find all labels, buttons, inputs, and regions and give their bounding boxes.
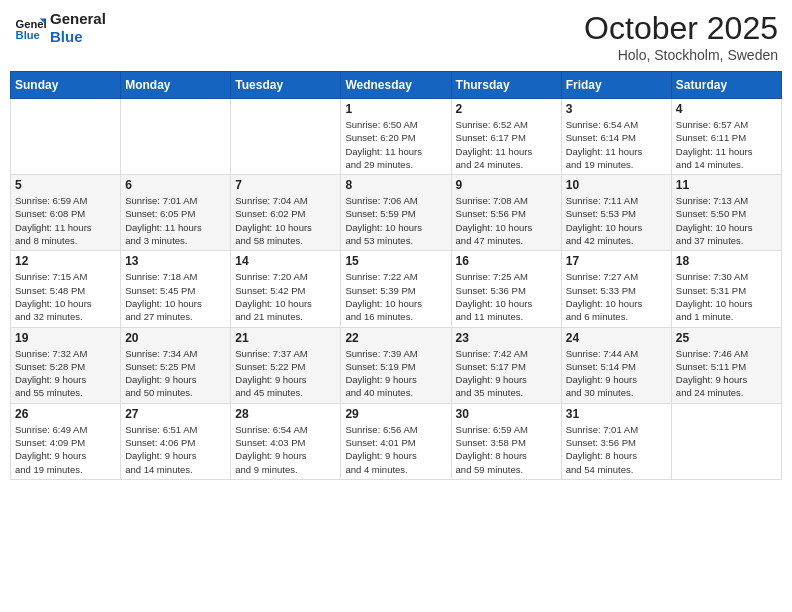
calendar-cell: 8Sunrise: 7:06 AM Sunset: 5:59 PM Daylig…: [341, 175, 451, 251]
calendar-week-row: 12Sunrise: 7:15 AM Sunset: 5:48 PM Dayli…: [11, 251, 782, 327]
calendar-cell: 30Sunrise: 6:59 AM Sunset: 3:58 PM Dayli…: [451, 403, 561, 479]
title-block: October 2025 Holo, Stockholm, Sweden: [584, 10, 778, 63]
weekday-header: Saturday: [671, 72, 781, 99]
day-info: Sunrise: 6:50 AM Sunset: 6:20 PM Dayligh…: [345, 118, 446, 171]
day-info: Sunrise: 7:37 AM Sunset: 5:22 PM Dayligh…: [235, 347, 336, 400]
day-number: 19: [15, 331, 116, 345]
day-number: 16: [456, 254, 557, 268]
calendar-cell: 4Sunrise: 6:57 AM Sunset: 6:11 PM Daylig…: [671, 99, 781, 175]
weekday-header: Sunday: [11, 72, 121, 99]
logo-text-blue: Blue: [50, 28, 106, 46]
calendar-cell: 24Sunrise: 7:44 AM Sunset: 5:14 PM Dayli…: [561, 327, 671, 403]
day-info: Sunrise: 7:06 AM Sunset: 5:59 PM Dayligh…: [345, 194, 446, 247]
calendar-cell: 13Sunrise: 7:18 AM Sunset: 5:45 PM Dayli…: [121, 251, 231, 327]
day-number: 25: [676, 331, 777, 345]
calendar-cell: 3Sunrise: 6:54 AM Sunset: 6:14 PM Daylig…: [561, 99, 671, 175]
calendar-cell: 26Sunrise: 6:49 AM Sunset: 4:09 PM Dayli…: [11, 403, 121, 479]
day-number: 21: [235, 331, 336, 345]
calendar-cell: 15Sunrise: 7:22 AM Sunset: 5:39 PM Dayli…: [341, 251, 451, 327]
day-number: 5: [15, 178, 116, 192]
weekday-header: Friday: [561, 72, 671, 99]
calendar-cell: 10Sunrise: 7:11 AM Sunset: 5:53 PM Dayli…: [561, 175, 671, 251]
day-number: 14: [235, 254, 336, 268]
day-number: 8: [345, 178, 446, 192]
calendar-week-row: 5Sunrise: 6:59 AM Sunset: 6:08 PM Daylig…: [11, 175, 782, 251]
logo-icon: General Blue: [14, 12, 46, 44]
day-info: Sunrise: 6:52 AM Sunset: 6:17 PM Dayligh…: [456, 118, 557, 171]
day-number: 15: [345, 254, 446, 268]
day-info: Sunrise: 6:56 AM Sunset: 4:01 PM Dayligh…: [345, 423, 446, 476]
location: Holo, Stockholm, Sweden: [584, 47, 778, 63]
day-number: 30: [456, 407, 557, 421]
day-info: Sunrise: 7:11 AM Sunset: 5:53 PM Dayligh…: [566, 194, 667, 247]
day-number: 29: [345, 407, 446, 421]
calendar-cell: 23Sunrise: 7:42 AM Sunset: 5:17 PM Dayli…: [451, 327, 561, 403]
calendar-cell: 29Sunrise: 6:56 AM Sunset: 4:01 PM Dayli…: [341, 403, 451, 479]
day-info: Sunrise: 7:13 AM Sunset: 5:50 PM Dayligh…: [676, 194, 777, 247]
calendar-week-row: 1Sunrise: 6:50 AM Sunset: 6:20 PM Daylig…: [11, 99, 782, 175]
day-number: 13: [125, 254, 226, 268]
day-number: 17: [566, 254, 667, 268]
calendar-cell: 7Sunrise: 7:04 AM Sunset: 6:02 PM Daylig…: [231, 175, 341, 251]
day-info: Sunrise: 6:57 AM Sunset: 6:11 PM Dayligh…: [676, 118, 777, 171]
calendar-cell: 22Sunrise: 7:39 AM Sunset: 5:19 PM Dayli…: [341, 327, 451, 403]
weekday-header: Tuesday: [231, 72, 341, 99]
day-number: 11: [676, 178, 777, 192]
calendar-week-row: 19Sunrise: 7:32 AM Sunset: 5:28 PM Dayli…: [11, 327, 782, 403]
day-number: 9: [456, 178, 557, 192]
calendar-week-row: 26Sunrise: 6:49 AM Sunset: 4:09 PM Dayli…: [11, 403, 782, 479]
calendar-cell: 14Sunrise: 7:20 AM Sunset: 5:42 PM Dayli…: [231, 251, 341, 327]
day-info: Sunrise: 7:01 AM Sunset: 6:05 PM Dayligh…: [125, 194, 226, 247]
calendar-cell: 12Sunrise: 7:15 AM Sunset: 5:48 PM Dayli…: [11, 251, 121, 327]
day-info: Sunrise: 7:15 AM Sunset: 5:48 PM Dayligh…: [15, 270, 116, 323]
day-info: Sunrise: 6:54 AM Sunset: 4:03 PM Dayligh…: [235, 423, 336, 476]
day-info: Sunrise: 7:20 AM Sunset: 5:42 PM Dayligh…: [235, 270, 336, 323]
calendar-cell: 2Sunrise: 6:52 AM Sunset: 6:17 PM Daylig…: [451, 99, 561, 175]
day-info: Sunrise: 6:59 AM Sunset: 6:08 PM Dayligh…: [15, 194, 116, 247]
day-number: 1: [345, 102, 446, 116]
month-title: October 2025: [584, 10, 778, 47]
day-info: Sunrise: 6:54 AM Sunset: 6:14 PM Dayligh…: [566, 118, 667, 171]
day-number: 27: [125, 407, 226, 421]
calendar-cell: [121, 99, 231, 175]
day-info: Sunrise: 7:32 AM Sunset: 5:28 PM Dayligh…: [15, 347, 116, 400]
day-number: 23: [456, 331, 557, 345]
day-info: Sunrise: 6:59 AM Sunset: 3:58 PM Dayligh…: [456, 423, 557, 476]
day-number: 24: [566, 331, 667, 345]
day-number: 7: [235, 178, 336, 192]
calendar-cell: 25Sunrise: 7:46 AM Sunset: 5:11 PM Dayli…: [671, 327, 781, 403]
calendar-cell: 17Sunrise: 7:27 AM Sunset: 5:33 PM Dayli…: [561, 251, 671, 327]
day-info: Sunrise: 7:18 AM Sunset: 5:45 PM Dayligh…: [125, 270, 226, 323]
calendar-cell: 21Sunrise: 7:37 AM Sunset: 5:22 PM Dayli…: [231, 327, 341, 403]
day-number: 6: [125, 178, 226, 192]
calendar-header-row: SundayMondayTuesdayWednesdayThursdayFrid…: [11, 72, 782, 99]
calendar-cell: 9Sunrise: 7:08 AM Sunset: 5:56 PM Daylig…: [451, 175, 561, 251]
calendar-cell: 20Sunrise: 7:34 AM Sunset: 5:25 PM Dayli…: [121, 327, 231, 403]
calendar-table: SundayMondayTuesdayWednesdayThursdayFrid…: [10, 71, 782, 480]
day-info: Sunrise: 7:22 AM Sunset: 5:39 PM Dayligh…: [345, 270, 446, 323]
day-info: Sunrise: 7:25 AM Sunset: 5:36 PM Dayligh…: [456, 270, 557, 323]
calendar-cell: 19Sunrise: 7:32 AM Sunset: 5:28 PM Dayli…: [11, 327, 121, 403]
calendar-cell: [231, 99, 341, 175]
day-number: 18: [676, 254, 777, 268]
day-number: 4: [676, 102, 777, 116]
day-info: Sunrise: 7:04 AM Sunset: 6:02 PM Dayligh…: [235, 194, 336, 247]
day-info: Sunrise: 7:42 AM Sunset: 5:17 PM Dayligh…: [456, 347, 557, 400]
calendar-cell: 28Sunrise: 6:54 AM Sunset: 4:03 PM Dayli…: [231, 403, 341, 479]
day-number: 20: [125, 331, 226, 345]
logo-text-general: General: [50, 10, 106, 28]
day-number: 31: [566, 407, 667, 421]
weekday-header: Wednesday: [341, 72, 451, 99]
calendar-cell: 18Sunrise: 7:30 AM Sunset: 5:31 PM Dayli…: [671, 251, 781, 327]
weekday-header: Monday: [121, 72, 231, 99]
calendar-cell: 16Sunrise: 7:25 AM Sunset: 5:36 PM Dayli…: [451, 251, 561, 327]
logo: General Blue General Blue: [14, 10, 106, 46]
day-info: Sunrise: 6:49 AM Sunset: 4:09 PM Dayligh…: [15, 423, 116, 476]
calendar-cell: 27Sunrise: 6:51 AM Sunset: 4:06 PM Dayli…: [121, 403, 231, 479]
calendar-cell: [11, 99, 121, 175]
page-header: General Blue General Blue October 2025 H…: [10, 10, 782, 63]
day-info: Sunrise: 7:34 AM Sunset: 5:25 PM Dayligh…: [125, 347, 226, 400]
weekday-header: Thursday: [451, 72, 561, 99]
day-info: Sunrise: 7:30 AM Sunset: 5:31 PM Dayligh…: [676, 270, 777, 323]
calendar-cell: 5Sunrise: 6:59 AM Sunset: 6:08 PM Daylig…: [11, 175, 121, 251]
